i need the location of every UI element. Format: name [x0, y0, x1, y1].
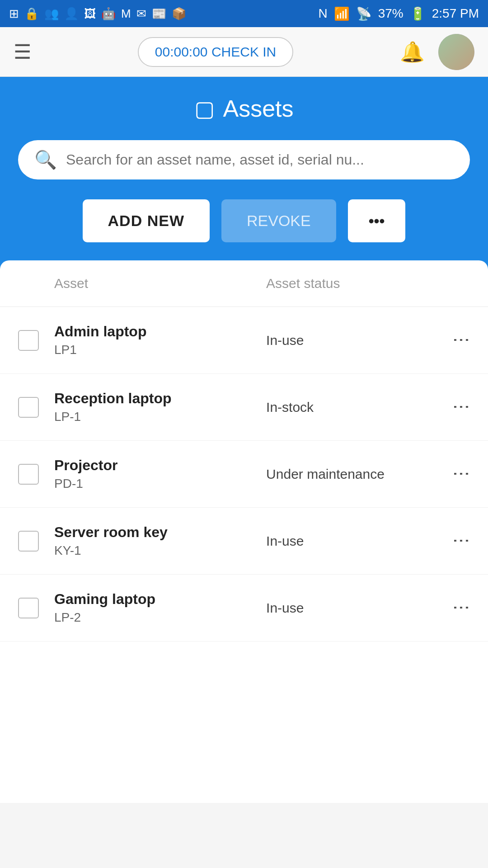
table-row: Server room key KY-1 In-use ⋮	[0, 508, 488, 575]
wifi-icon: 📶	[334, 6, 350, 21]
row-3-asset-id: PD-1	[54, 476, 266, 491]
top-nav: ☰ 00:00:00 CHECK IN 🔔	[0, 27, 488, 77]
row-4-asset-id: KY-1	[54, 543, 266, 558]
add-new-button[interactable]: ADD NEW	[83, 199, 210, 242]
android-icon: 🤖	[101, 7, 116, 21]
action-buttons: ADD NEW REVOKE •••	[18, 199, 470, 242]
row-1-more-wrapper: ⋮	[443, 331, 470, 349]
row-3-asset-name: Projector	[54, 457, 266, 474]
search-bar: 🔍	[18, 140, 470, 179]
table-row: Reception laptop LP-1 In-stock ⋮	[0, 374, 488, 441]
row-5-more-icon[interactable]: ⋮	[453, 599, 470, 617]
contacts2-icon: 👤	[64, 7, 79, 21]
row-5-status: In-use	[266, 600, 443, 616]
row-5-checkbox-wrapper	[18, 598, 54, 618]
row-4-more-wrapper: ⋮	[443, 532, 470, 550]
row-4-checkbox[interactable]	[18, 531, 39, 552]
time-display: 2:57 PM	[432, 6, 479, 21]
row-5-asset-id: LP-2	[54, 610, 266, 625]
row-4-status: In-use	[266, 533, 443, 549]
status-bar: ⊞ 🔒 👥 👤 🖼 🤖 M ✉ 📰 📦 N 📶 📡 37% 🔋 2:57 PM	[0, 0, 488, 27]
row-1-status: In-use	[266, 333, 443, 348]
row-1-checkbox[interactable]	[18, 330, 39, 351]
header-status-col: Asset status	[266, 276, 443, 291]
row-4-asset-name: Server room key	[54, 524, 266, 541]
row-3-checkbox[interactable]	[18, 464, 39, 485]
row-2-asset-info: Reception laptop LP-1	[54, 390, 266, 424]
row-3-checkbox-wrapper	[18, 464, 54, 485]
row-5-asset-name: Gaming laptop	[54, 591, 266, 608]
row-2-checkbox-wrapper	[18, 397, 54, 418]
row-2-status: In-stock	[266, 400, 443, 415]
teams-icon: ⊞	[9, 7, 19, 21]
avatar-image	[438, 34, 474, 70]
row-4-checkbox-wrapper	[18, 531, 54, 552]
table-header: Asset Asset status	[0, 260, 488, 307]
row-2-more-wrapper: ⋮	[443, 398, 470, 416]
table-row: Projector PD-1 Under maintenance ⋮	[0, 441, 488, 508]
lock-icon: 🔒	[24, 7, 39, 21]
row-2-asset-name: Reception laptop	[54, 390, 266, 407]
status-bar-right: N 📶 📡 37% 🔋 2:57 PM	[318, 6, 479, 21]
row-1-more-icon[interactable]: ⋮	[453, 331, 470, 349]
header-asset-col: Asset	[54, 276, 266, 291]
outlook-icon: ✉	[136, 7, 146, 21]
more-button[interactable]: •••	[348, 199, 406, 242]
table-row: Gaming laptop LP-2 In-use ⋮	[0, 575, 488, 642]
row-2-checkbox[interactable]	[18, 397, 39, 418]
notification-bell-icon[interactable]: 🔔	[400, 40, 425, 64]
row-3-asset-info: Projector PD-1	[54, 457, 266, 491]
avatar[interactable]	[438, 34, 474, 70]
checkin-time: 00:00:00 CHECK IN	[155, 44, 276, 60]
signal-icon: 📡	[356, 6, 372, 21]
row-1-asset-id: LP1	[54, 343, 266, 357]
table-row: Admin laptop LP1 In-use ⋮	[0, 307, 488, 374]
search-input[interactable]	[66, 151, 454, 168]
row-3-status: Under maintenance	[266, 467, 443, 482]
battery-icon: 🔋	[410, 6, 426, 21]
row-3-more-icon[interactable]: ⋮	[453, 465, 470, 483]
nav-right: 🔔	[400, 34, 474, 70]
row-1-asset-name: Admin laptop	[54, 323, 266, 340]
revoke-button[interactable]: REVOKE	[221, 199, 336, 242]
search-icon: 🔍	[34, 149, 57, 170]
row-2-more-icon[interactable]: ⋮	[453, 398, 470, 416]
flipboard-icon: 📰	[152, 7, 166, 21]
row-4-more-icon[interactable]: ⋮	[453, 532, 470, 550]
row-1-checkbox-wrapper	[18, 330, 54, 351]
contacts-icon: 👥	[44, 7, 59, 21]
blue-header: ▢ Assets 🔍 ADD NEW REVOKE •••	[0, 77, 488, 269]
box-icon: 📦	[172, 7, 186, 21]
page-title-text: Assets	[223, 95, 293, 122]
row-5-asset-info: Gaming laptop LP-2	[54, 591, 266, 625]
status-bar-left: ⊞ 🔒 👥 👤 🖼 🤖 M ✉ 📰 📦	[9, 7, 186, 21]
row-5-more-wrapper: ⋮	[443, 599, 470, 617]
nfc-icon: N	[318, 6, 327, 21]
assets-icon: ▢	[194, 96, 215, 121]
row-3-more-wrapper: ⋮	[443, 465, 470, 483]
battery-text: 37%	[378, 6, 404, 21]
row-4-asset-info: Server room key KY-1	[54, 524, 266, 558]
gallery-icon: 🖼	[84, 7, 96, 21]
page-title: ▢ Assets	[18, 95, 470, 122]
gmail-icon: M	[121, 7, 131, 21]
assets-table: Asset Asset status Admin laptop LP1 In-u…	[0, 260, 488, 803]
hamburger-menu[interactable]: ☰	[14, 40, 31, 63]
row-1-asset-info: Admin laptop LP1	[54, 323, 266, 357]
checkin-button[interactable]: 00:00:00 CHECK IN	[138, 37, 293, 67]
row-2-asset-id: LP-1	[54, 410, 266, 424]
row-5-checkbox[interactable]	[18, 598, 39, 618]
